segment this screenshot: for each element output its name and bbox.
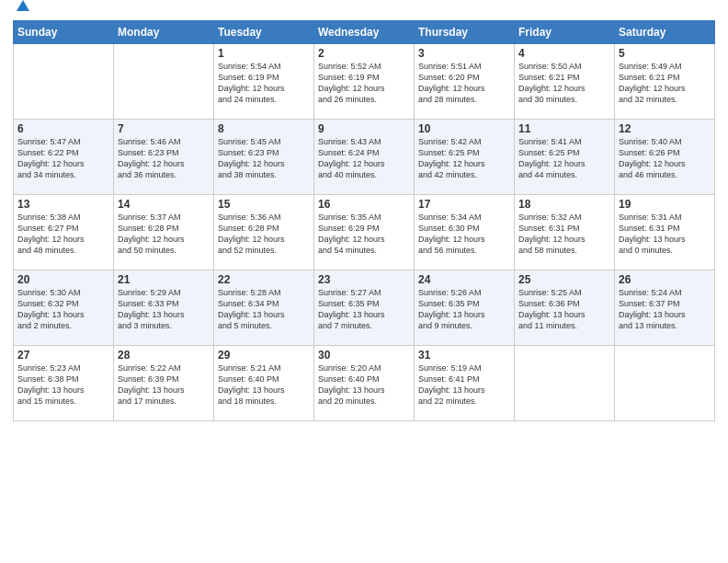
calendar-cell: 22Sunrise: 5:28 AM Sunset: 6:34 PM Dayli… — [214, 270, 314, 346]
calendar-cell: 29Sunrise: 5:21 AM Sunset: 6:40 PM Dayli… — [214, 346, 314, 421]
day-info: Sunrise: 5:28 AM Sunset: 6:34 PM Dayligh… — [218, 287, 310, 332]
day-info: Sunrise: 5:35 AM Sunset: 6:29 PM Dayligh… — [318, 212, 410, 257]
day-number: 5 — [619, 47, 711, 60]
day-info: Sunrise: 5:46 AM Sunset: 6:23 PM Dayligh… — [118, 136, 210, 181]
day-number: 31 — [418, 349, 510, 362]
calendar-week-row: 13Sunrise: 5:38 AM Sunset: 6:27 PM Dayli… — [14, 195, 715, 270]
day-number: 6 — [17, 122, 109, 135]
calendar-cell: 27Sunrise: 5:23 AM Sunset: 6:38 PM Dayli… — [14, 346, 114, 421]
day-info: Sunrise: 5:29 AM Sunset: 6:33 PM Dayligh… — [118, 287, 210, 332]
calendar-cell: 13Sunrise: 5:38 AM Sunset: 6:27 PM Dayli… — [14, 195, 114, 270]
calendar-cell: 10Sunrise: 5:42 AM Sunset: 6:25 PM Dayli… — [415, 120, 515, 195]
svg-marker-0 — [17, 0, 29, 11]
calendar-cell: 19Sunrise: 5:31 AM Sunset: 6:31 PM Dayli… — [615, 195, 715, 270]
day-info: Sunrise: 5:32 AM Sunset: 6:31 PM Dayligh… — [518, 212, 610, 257]
day-info: Sunrise: 5:50 AM Sunset: 6:21 PM Dayligh… — [518, 61, 610, 106]
day-info: Sunrise: 5:27 AM Sunset: 6:35 PM Dayligh… — [318, 287, 410, 332]
calendar-week-row: 27Sunrise: 5:23 AM Sunset: 6:38 PM Dayli… — [14, 346, 715, 421]
calendar-cell: 18Sunrise: 5:32 AM Sunset: 6:31 PM Dayli… — [515, 195, 615, 270]
day-number: 7 — [118, 122, 210, 135]
day-info: Sunrise: 5:36 AM Sunset: 6:28 PM Dayligh… — [218, 212, 310, 257]
calendar-table: SundayMondayTuesdayWednesdayThursdayFrid… — [13, 20, 715, 421]
calendar-cell: 6Sunrise: 5:47 AM Sunset: 6:22 PM Daylig… — [14, 120, 114, 195]
day-info: Sunrise: 5:40 AM Sunset: 6:26 PM Dayligh… — [619, 136, 711, 181]
calendar-cell: 23Sunrise: 5:27 AM Sunset: 6:35 PM Dayli… — [314, 270, 415, 346]
day-info: Sunrise: 5:51 AM Sunset: 6:20 PM Dayligh… — [418, 61, 510, 106]
day-number: 27 — [17, 349, 109, 362]
calendar-cell: 4Sunrise: 5:50 AM Sunset: 6:21 PM Daylig… — [515, 44, 615, 120]
calendar-cell: 21Sunrise: 5:29 AM Sunset: 6:33 PM Dayli… — [114, 270, 214, 346]
calendar-cell: 30Sunrise: 5:20 AM Sunset: 6:40 PM Dayli… — [314, 346, 415, 421]
day-number: 16 — [318, 198, 410, 211]
weekday-header-wednesday: Wednesday — [314, 21, 415, 44]
day-number: 24 — [418, 273, 510, 286]
calendar-cell: 5Sunrise: 5:49 AM Sunset: 6:21 PM Daylig… — [615, 44, 715, 120]
weekday-header-thursday: Thursday — [415, 21, 515, 44]
day-info: Sunrise: 5:34 AM Sunset: 6:30 PM Dayligh… — [418, 212, 510, 257]
calendar-cell: 12Sunrise: 5:40 AM Sunset: 6:26 PM Dayli… — [615, 120, 715, 195]
day-info: Sunrise: 5:23 AM Sunset: 6:38 PM Dayligh… — [17, 362, 109, 408]
calendar-cell: 20Sunrise: 5:30 AM Sunset: 6:32 PM Dayli… — [14, 270, 114, 346]
calendar-week-row: 6Sunrise: 5:47 AM Sunset: 6:22 PM Daylig… — [14, 120, 715, 195]
weekday-header-row: SundayMondayTuesdayWednesdayThursdayFrid… — [14, 21, 715, 44]
day-number: 23 — [318, 273, 410, 286]
day-number: 25 — [518, 273, 610, 286]
calendar-cell: 7Sunrise: 5:46 AM Sunset: 6:23 PM Daylig… — [114, 120, 214, 195]
day-info: Sunrise: 5:37 AM Sunset: 6:28 PM Dayligh… — [118, 212, 210, 257]
calendar-cell: 14Sunrise: 5:37 AM Sunset: 6:28 PM Dayli… — [114, 195, 214, 270]
day-number: 18 — [518, 198, 610, 211]
day-info: Sunrise: 5:26 AM Sunset: 6:35 PM Dayligh… — [418, 287, 510, 332]
calendar-cell: 3Sunrise: 5:51 AM Sunset: 6:20 PM Daylig… — [415, 44, 515, 120]
day-number: 3 — [418, 47, 510, 60]
calendar-cell — [515, 346, 615, 421]
calendar-cell: 25Sunrise: 5:25 AM Sunset: 6:36 PM Dayli… — [515, 270, 615, 346]
weekday-header-saturday: Saturday — [615, 21, 715, 44]
day-info: Sunrise: 5:30 AM Sunset: 6:32 PM Dayligh… — [17, 287, 109, 332]
logo-icon — [15, 0, 31, 15]
calendar-cell: 17Sunrise: 5:34 AM Sunset: 6:30 PM Dayli… — [415, 195, 515, 270]
calendar-week-row: 1Sunrise: 5:54 AM Sunset: 6:19 PM Daylig… — [14, 44, 715, 120]
weekday-header-monday: Monday — [114, 21, 214, 44]
day-info: Sunrise: 5:20 AM Sunset: 6:40 PM Dayligh… — [318, 362, 410, 408]
header — [13, 9, 715, 15]
calendar-cell — [14, 44, 114, 120]
day-number: 19 — [619, 198, 711, 211]
day-number: 8 — [218, 122, 310, 135]
day-number: 11 — [518, 122, 610, 135]
day-number: 12 — [619, 122, 711, 135]
day-number: 13 — [17, 198, 109, 211]
day-number: 26 — [619, 273, 711, 286]
day-number: 29 — [218, 349, 310, 362]
day-info: Sunrise: 5:38 AM Sunset: 6:27 PM Dayligh… — [17, 212, 109, 257]
calendar-page: SundayMondayTuesdayWednesdayThursdayFrid… — [0, 0, 728, 563]
day-number: 4 — [518, 47, 610, 60]
day-info: Sunrise: 5:19 AM Sunset: 6:41 PM Dayligh… — [418, 362, 510, 408]
day-info: Sunrise: 5:43 AM Sunset: 6:24 PM Dayligh… — [318, 136, 410, 181]
calendar-cell: 28Sunrise: 5:22 AM Sunset: 6:39 PM Dayli… — [114, 346, 214, 421]
day-number: 14 — [118, 198, 210, 211]
day-info: Sunrise: 5:42 AM Sunset: 6:25 PM Dayligh… — [418, 136, 510, 181]
logo — [13, 13, 31, 15]
day-info: Sunrise: 5:22 AM Sunset: 6:39 PM Dayligh… — [118, 362, 210, 408]
calendar-cell: 1Sunrise: 5:54 AM Sunset: 6:19 PM Daylig… — [214, 44, 314, 120]
calendar-cell — [615, 346, 715, 421]
weekday-header-tuesday: Tuesday — [214, 21, 314, 44]
calendar-cell: 24Sunrise: 5:26 AM Sunset: 6:35 PM Dayli… — [415, 270, 515, 346]
day-number: 2 — [318, 47, 410, 60]
day-info: Sunrise: 5:49 AM Sunset: 6:21 PM Dayligh… — [619, 61, 711, 106]
day-number: 1 — [218, 47, 310, 60]
calendar-cell — [114, 44, 214, 120]
day-info: Sunrise: 5:25 AM Sunset: 6:36 PM Dayligh… — [518, 287, 610, 332]
calendar-cell: 26Sunrise: 5:24 AM Sunset: 6:37 PM Dayli… — [615, 270, 715, 346]
day-number: 28 — [118, 349, 210, 362]
day-number: 9 — [318, 122, 410, 135]
day-info: Sunrise: 5:45 AM Sunset: 6:23 PM Dayligh… — [218, 136, 310, 181]
calendar-cell: 16Sunrise: 5:35 AM Sunset: 6:29 PM Dayli… — [314, 195, 415, 270]
calendar-cell: 11Sunrise: 5:41 AM Sunset: 6:25 PM Dayli… — [515, 120, 615, 195]
weekday-header-friday: Friday — [515, 21, 615, 44]
day-info: Sunrise: 5:47 AM Sunset: 6:22 PM Dayligh… — [17, 136, 109, 181]
calendar-cell: 2Sunrise: 5:52 AM Sunset: 6:19 PM Daylig… — [314, 44, 415, 120]
day-info: Sunrise: 5:54 AM Sunset: 6:19 PM Dayligh… — [218, 61, 310, 106]
day-number: 15 — [218, 198, 310, 211]
calendar-cell: 8Sunrise: 5:45 AM Sunset: 6:23 PM Daylig… — [214, 120, 314, 195]
